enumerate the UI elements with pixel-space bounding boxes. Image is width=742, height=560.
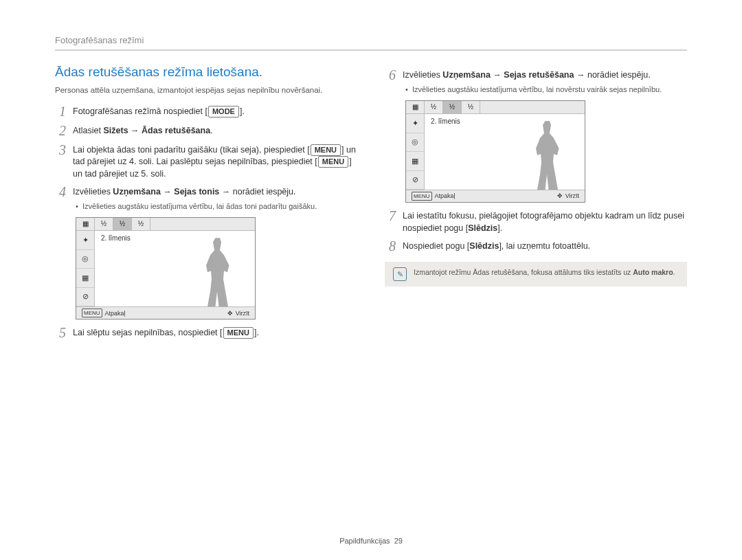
flash-icon: ✦ [76,231,94,250]
lcd-move: ✥Virzīt [227,309,249,318]
lcd-sidebar: ✦ ◎ ▦ ⊘ [76,231,95,306]
step-number: 6 [385,67,396,82]
step-number: 8 [385,238,396,254]
lcd-tab-selected: ½ [443,101,462,113]
text: un tad pārejiet uz 5. soli. [73,169,166,179]
sub-bullet: Izvēlieties augstāku iestatījuma vērtību… [412,85,687,95]
target-icon: ◎ [76,250,94,269]
text: . [210,126,212,135]
menu-key: MENU [311,144,341,156]
step-7: 7 Lai iestatītu fokusu, pielāgojiet foto… [385,208,687,234]
step-number: 3 [55,142,66,157]
arrow-icon: → [131,126,139,135]
person-silhouette [200,238,234,306]
arrow-icon: → [163,187,172,197]
text: . [256,328,258,337]
face-icon: ▦ [76,269,94,288]
text: ]. [497,223,502,233]
lcd-body: ✦ ◎ ▦ ⊘ 2. līmenis [76,231,255,306]
arrow-icon: → [222,187,231,197]
text: Lai iestatītu fokusu, pielāgojiet fotogr… [403,211,684,233]
text: norādiet iespēju. [230,187,295,197]
off-icon: ⊘ [406,171,424,190]
camera-lcd-preview: ▦ ½ ½ ½ ✦ ◎ ▦ ⊘ 2. līmenis MENUAt [405,100,585,203]
step-text: Izvēlieties Uzņemšana → Sejas tonis → no… [73,184,357,212]
sub-bullet-list: Izvēlieties augstāku iestatījuma vērtību… [73,199,357,212]
step-number: 1 [55,104,66,119]
text: Izmantojot režīmu Ādas retušēšana, fokus… [414,268,633,276]
step-number: 7 [385,208,396,223]
step-text: Lai objekta ādas toni padarītu gaišāku (… [73,142,357,181]
lcd-body: ✦ ◎ ▦ ⊘ 2. līmenis [406,114,585,190]
bold: Sejas tonis [174,187,219,197]
step-3: 3 Lai objekta ādas toni padarītu gaišāku… [55,142,357,181]
breadcrumb: Fotografēšanas režīmi [55,34,687,51]
sub-bullet: Izvēlieties augstāku iestatījuma vērtību… [82,201,357,212]
footer-label: Papildfunkcijas [339,537,390,545]
text: norādiet iespēju. [585,70,650,80]
menu-key-mini: MENU [412,192,432,201]
text: Fotografēšanas režīmā nospiediet [73,107,205,116]
lcd-tab-icon: ▦ [76,218,95,230]
step-list-right: 6 Izvēlieties Uzņemšana → Sejas retušēša… [385,67,687,95]
lcd-level-label: 2. līmenis [101,234,131,243]
text: Virzīt [565,192,579,201]
arrow-icon: → [493,70,502,80]
lcd-tab: ½ [132,218,150,230]
text: Lai objekta ādas toni padarītu gaišāku (… [73,145,307,155]
person-silhouette [530,121,564,190]
text: ], lai uzņemtu fotoattēlu. [499,241,590,251]
right-column: 6 Izvēlieties Uzņemšana → Sejas retušēša… [385,63,687,344]
text: Izvēlieties [403,70,442,80]
section-subtitle: Personas attēla uzņemšana, izmantojot ie… [55,85,357,96]
bold: Auto makro [633,268,673,276]
sub-bullet-list: Izvēlieties augstāku iestatījuma vērtību… [403,82,687,95]
bold: Uzņemšana [442,70,490,80]
step-text: Fotografēšanas režīmā nospiediet [MODE]. [73,104,357,118]
text: Atlasiet [73,126,103,135]
text: Lai slēptu sejas nepilnības, nospiediet [73,328,220,337]
step-text: Izvēlieties Uzņemšana → Sejas retušēšana… [403,67,687,95]
lcd-level-label: 2. līmenis [431,117,460,126]
off-icon: ⊘ [76,288,94,307]
dpad-icon: ✥ [227,309,233,318]
menu-key-mini: MENU [82,309,102,317]
section-title: Ādas retušēšanas režīma lietošana. [55,63,357,82]
bold: Uzņemšana [113,187,160,197]
lcd-back: MENUAtpakaļ [82,309,126,317]
arrow-icon: → [576,70,585,80]
step-5: 5 Lai slēptu sejas nepilnības, nospiedie… [55,325,357,340]
target-icon: ◎ [406,133,424,153]
footer-page: 29 [394,537,403,545]
text: . [673,268,675,276]
lcd-tab: ½ [462,101,480,113]
lcd-tab: ½ [95,218,113,230]
menu-key: MENU [223,327,254,339]
lcd-tab-icon: ▦ [406,101,425,113]
step-list-right-cont: 7 Lai iestatītu fokusu, pielāgojiet foto… [385,208,687,254]
dpad-icon: ✥ [557,192,563,201]
text: Atpakaļ [435,192,456,201]
bold: Slēdzis [468,223,497,233]
lcd-footer: MENUAtpakaļ ✥Virzīt [76,306,255,319]
text: Virzīt [236,309,249,318]
lcd-tab-bar: ▦ ½ ½ ½ [406,101,585,114]
info-note-box: ✎ Izmantojot režīmu Ādas retušēšana, fok… [385,262,687,287]
bold: Sejas retušēšana [504,70,574,80]
bold: Ādas retušēšana [142,126,210,135]
step-1: 1 Fotografēšanas režīmā nospiediet [MODE… [55,104,357,119]
step-number: 2 [55,123,66,138]
step-number: 4 [55,184,66,199]
step-text: Lai slēptu sejas nepilnības, nospiediet … [73,325,357,339]
lcd-back: MENUAtpakaļ [412,192,456,201]
note-text: Izmantojot režīmu Ādas retušēšana, fokus… [414,267,675,278]
left-column: Ādas retušēšanas režīma lietošana. Perso… [55,63,357,344]
step-text: Lai iestatītu fokusu, pielāgojiet fotogr… [403,208,687,234]
lcd-footer: MENUAtpakaļ ✥Virzīt [406,190,585,202]
step-text: Nospiediet pogu [Slēdzis], lai uzņemtu f… [403,238,687,253]
step-6: 6 Izvēlieties Uzņemšana → Sejas retušēša… [385,67,687,95]
step-text: Atlasiet Sižets → Ādas retušēšana. [73,123,357,137]
flash-icon: ✦ [406,114,424,133]
text: Atpakaļ [105,309,126,318]
mode-key: MODE [208,106,239,117]
